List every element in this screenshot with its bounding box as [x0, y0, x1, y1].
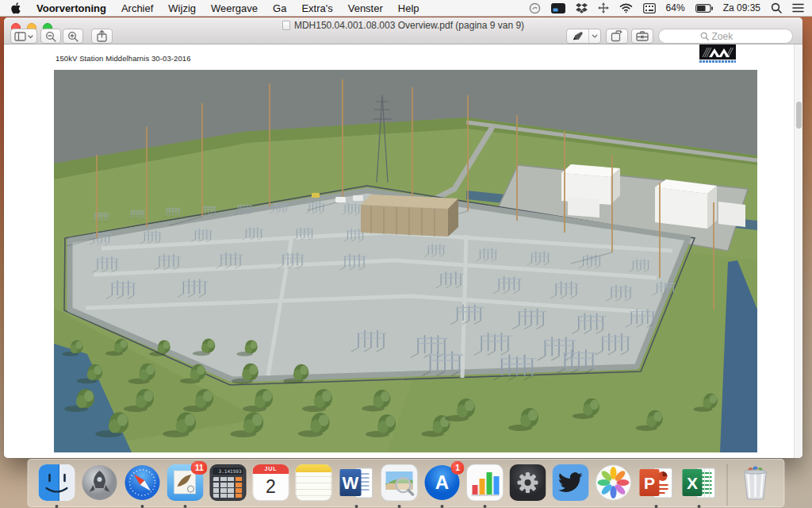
dock-icon-photos[interactable] [596, 464, 632, 501]
safari-icon [124, 464, 161, 501]
substation-render [54, 70, 757, 452]
excel-icon: X [681, 464, 718, 501]
calendar-day: 2 [253, 474, 289, 499]
menu-help[interactable]: Help [398, 2, 419, 14]
calculator-icon: 3.141593 [210, 464, 247, 501]
dock-icon-twitter[interactable] [553, 464, 589, 501]
dock-icon-word[interactable]: W [339, 464, 375, 501]
dock-icon-trash[interactable] [737, 464, 774, 501]
wifi-icon[interactable] [619, 3, 633, 13]
dock-icon-numbers[interactable] [467, 464, 504, 501]
screen: { "menubar": { "app_name": "Voorvertonin… [0, 0, 812, 508]
zoom-in-button[interactable] [63, 29, 83, 44]
dock-icon-calculator[interactable]: 3.141593 [210, 464, 247, 501]
svg-text:W: W [343, 473, 359, 493]
logo-mark [699, 44, 736, 60]
move-icon[interactable] [598, 2, 609, 13]
numbers-icon [467, 464, 504, 501]
calculator-display: 3.141593 [213, 468, 243, 475]
preview-icon [381, 464, 418, 501]
vertical-scrollbar[interactable] [794, 44, 802, 458]
dock-icon-preview[interactable] [381, 464, 418, 501]
dock-icon-appstore[interactable]: A 1 [424, 464, 461, 501]
battery-icon[interactable] [695, 4, 713, 13]
preview-window: MDH150.04.001.08.003 Overview.pdf (pagin… [4, 17, 802, 458]
pdf-header-text: 150kV Station Middelharnis 30-03-2016 [56, 54, 191, 63]
mail-badge: 11 [191, 461, 208, 475]
share-button[interactable] [91, 29, 113, 44]
input-source-icon[interactable] [643, 3, 656, 13]
dock-divider [727, 464, 728, 506]
running-indicator [184, 505, 187, 508]
window-header: MDH150.04.001.08.003 Overview.pdf (pagin… [4, 17, 802, 44]
gear-icon [510, 464, 546, 501]
scrollbar-thumb[interactable] [796, 102, 802, 129]
rotate-button[interactable] [606, 29, 628, 44]
menu-weergave[interactable]: Weergave [211, 2, 258, 14]
dropbox-icon[interactable] [576, 2, 588, 13]
spotlight-search-icon[interactable] [771, 2, 782, 13]
svg-text:X: X [687, 474, 698, 492]
apple-icon[interactable] [11, 2, 21, 14]
search-icon [700, 32, 709, 40]
dock-icon-powerpoint[interactable]: P [638, 464, 675, 501]
running-indicator [56, 505, 59, 508]
running-indicator [398, 505, 401, 508]
menu-wijzig[interactable]: Wijzig [168, 2, 196, 14]
launchpad-icon [82, 464, 118, 501]
dock-icon-system-preferences[interactable] [510, 464, 546, 501]
search-input[interactable] [712, 31, 752, 42]
running-indicator [441, 505, 444, 508]
dock-icon-safari[interactable] [124, 464, 161, 501]
finder-icon [39, 464, 75, 501]
pen-icon [567, 29, 589, 43]
appstore-badge: 1 [451, 461, 465, 475]
control-building [361, 194, 458, 237]
menu-bar: Voorvertoning Archief Wijzig Weergave Ga… [0, 0, 812, 17]
dock-icon-excel[interactable]: X [681, 464, 718, 501]
dock-icon-calendar[interactable]: JUL 2 [253, 464, 289, 501]
toolbar-search-field[interactable] [658, 29, 793, 44]
battery-percent: 64% [666, 2, 685, 13]
running-indicator [141, 505, 144, 508]
photos-flower-icon [596, 464, 632, 501]
chevron-down-icon[interactable] [589, 29, 600, 43]
svg-text:A: A [435, 471, 449, 493]
menu-venster[interactable]: Venster [348, 2, 383, 14]
dock-icon-launchpad[interactable] [82, 464, 118, 501]
running-indicator [698, 505, 701, 508]
pdf-page: 150kV Station Middelharnis 30-03-2016 [4, 44, 802, 458]
dock-icon-finder[interactable] [39, 464, 75, 501]
display-icon[interactable] [551, 3, 565, 13]
running-indicator [655, 505, 658, 508]
calendar-icon: JUL 2 [253, 464, 289, 501]
trash-icon [737, 464, 774, 501]
powerpoint-icon: P [638, 464, 675, 501]
markup-pen-button[interactable] [566, 29, 601, 44]
running-indicator [355, 505, 358, 508]
twitter-bird-icon [553, 464, 589, 501]
view-menu-button[interactable] [10, 29, 37, 44]
calendar-month: JUL [253, 464, 289, 474]
document-proxy-icon[interactable] [282, 21, 290, 30]
notification-center-icon[interactable] [792, 3, 804, 13]
window-title: MDH150.04.001.08.003 Overview.pdf (pagin… [294, 20, 524, 31]
menu-app-name[interactable]: Voorvertoning [36, 2, 106, 14]
dock-icon-mail[interactable]: 11 [167, 464, 204, 501]
dock-icon-notes[interactable] [296, 464, 332, 501]
menu-ga[interactable]: Ga [273, 2, 286, 14]
running-indicator [484, 505, 487, 508]
svg-text:P: P [644, 474, 655, 492]
logo-tagline [699, 60, 736, 63]
company-logo [699, 44, 736, 63]
word-icon: W [339, 464, 375, 501]
creative-cloud-icon[interactable] [529, 2, 541, 14]
markup-toolbox-button[interactable] [631, 29, 653, 44]
menu-archief[interactable]: Archief [121, 2, 153, 14]
dock: 11 3.141593 JUL 2 W A 1 [28, 459, 785, 507]
menu-clock[interactable]: Za 09:35 [723, 2, 760, 13]
notes-icon [296, 464, 332, 501]
zoom-out-button[interactable] [40, 29, 61, 44]
menu-extras[interactable]: Extra's [301, 2, 332, 14]
